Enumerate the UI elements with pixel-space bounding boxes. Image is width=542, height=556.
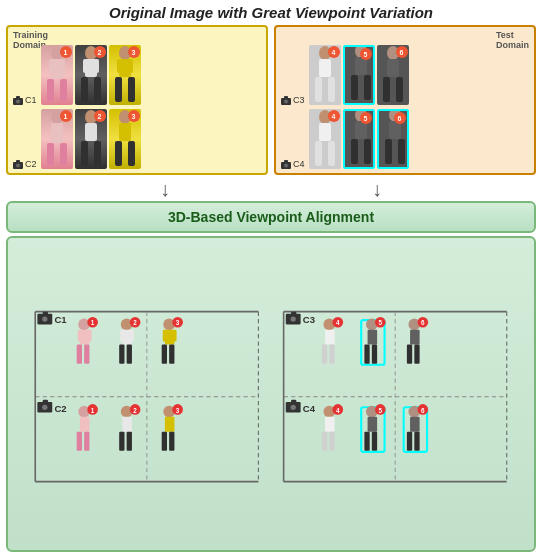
svg-text:C3: C3 [303,314,315,325]
svg-rect-14 [94,59,99,73]
test-c4-person-4: 4 [309,109,341,169]
svg-rect-107 [84,432,89,451]
svg-text:4: 4 [336,407,340,414]
svg-rect-45 [351,75,358,100]
svg-text:4: 4 [336,319,340,326]
svg-text:1: 1 [91,407,95,414]
svg-rect-42 [328,77,335,102]
svg-rect-60 [351,139,358,164]
svg-rect-6 [60,79,67,101]
svg-rect-26 [47,143,54,165]
svg-rect-27 [60,143,67,165]
svg-rect-92 [120,330,124,342]
svg-rect-11 [81,77,88,102]
svg-rect-29 [85,123,97,141]
training-c1-person-3: 3 [109,45,141,105]
page-container: Original Image with Great Viewpoint Vari… [0,0,542,556]
svg-text:2: 2 [133,319,137,326]
camera-c4-row: C4 4 5 [280,109,530,169]
svg-rect-98 [162,345,167,364]
svg-rect-57 [328,141,335,166]
svg-rect-111 [122,417,132,432]
svg-point-74 [42,316,47,321]
svg-rect-145 [364,345,369,364]
svg-rect-77 [43,400,48,404]
svg-rect-152 [414,345,419,364]
test-3d-svg: C3 C4 4 [273,244,528,544]
svg-rect-101 [172,330,176,342]
svg-rect-22 [16,160,20,163]
svg-rect-55 [319,123,331,141]
camera-c3-row: C3 4 5 [280,45,530,105]
banner-text: 3D-Based Viewpoint Alignment [168,209,374,225]
training-c1-person-2: 2 [75,45,107,105]
svg-rect-133 [291,400,296,404]
svg-text:3: 3 [176,319,180,326]
svg-rect-164 [364,432,369,451]
camera-c1-icon: C1 [12,95,37,105]
svg-rect-83 [84,345,89,364]
svg-rect-49 [383,77,390,102]
svg-rect-118 [162,432,167,451]
svg-rect-56 [315,141,322,166]
camera-c3-icon: C3 [280,95,305,105]
svg-rect-31 [94,141,101,166]
svg-rect-84 [78,330,82,342]
training-c2-person-2: 2 [75,109,107,169]
test-c3-person-4: 4 [309,45,341,105]
svg-rect-19 [117,59,122,73]
test-c3-person-6: 6 [377,45,409,105]
svg-point-38 [284,100,288,104]
test-c4-person-6: 6 [377,109,409,169]
svg-rect-156 [325,417,335,432]
svg-rect-171 [407,432,412,451]
svg-text:C1: C1 [54,314,67,325]
svg-rect-137 [325,330,335,345]
svg-rect-40 [319,59,331,77]
svg-rect-100 [163,330,167,342]
svg-rect-64 [385,139,392,164]
middle-banner: 3D-Based Viewpoint Alignment [6,201,536,233]
training-c1-person-1: 1 [41,45,73,105]
training-3d-svg: C1 C2 1 [14,244,269,544]
svg-rect-41 [315,77,322,102]
svg-rect-48 [387,59,399,77]
svg-rect-163 [368,417,378,432]
svg-rect-105 [80,417,90,432]
svg-rect-30 [81,141,88,166]
svg-rect-12 [94,77,101,102]
svg-rect-90 [119,345,124,364]
svg-rect-172 [414,432,419,451]
svg-point-130 [291,316,296,321]
training-domain-box: TrainingDomain C1 1 [6,25,268,175]
svg-rect-139 [329,345,334,364]
top-section: TrainingDomain C1 1 [6,25,536,175]
svg-rect-165 [372,432,377,451]
svg-rect-34 [115,141,122,166]
svg-rect-138 [322,345,327,364]
svg-text:5: 5 [379,407,383,414]
svg-rect-150 [410,330,420,345]
svg-point-78 [42,405,47,410]
svg-text:1: 1 [91,319,95,326]
svg-rect-99 [169,345,174,364]
svg-rect-52 [284,160,288,163]
svg-rect-113 [127,432,132,451]
svg-rect-50 [396,77,403,102]
svg-point-53 [284,164,288,168]
svg-text:C2: C2 [54,403,66,414]
svg-rect-46 [364,75,371,100]
svg-rect-129 [291,312,296,316]
svg-point-134 [291,405,296,410]
svg-text:6: 6 [421,407,425,414]
svg-text:2: 2 [133,407,137,414]
svg-rect-170 [410,417,420,432]
svg-rect-61 [364,139,371,164]
svg-rect-13 [83,59,88,73]
svg-rect-1 [16,96,20,99]
svg-rect-93 [130,330,134,342]
camera-c1-row: C1 1 2 [12,45,262,105]
svg-rect-33 [119,123,131,141]
svg-rect-73 [43,312,48,316]
svg-rect-91 [127,345,132,364]
